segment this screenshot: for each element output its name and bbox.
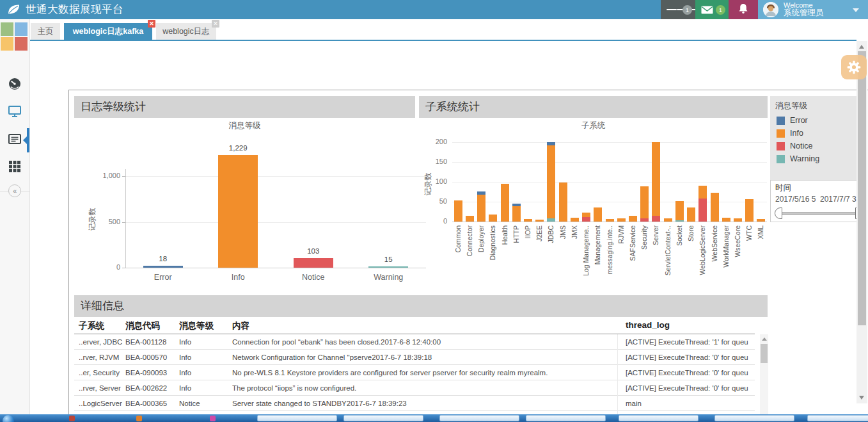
bar-segment-info[interactable]: [711, 193, 719, 222]
bar-segment-info[interactable]: [606, 219, 614, 222]
table-row[interactable]: ..er, SecurityBEA-090093InfoNo pre-WLS 8…: [74, 365, 755, 380]
table-row[interactable]: ..rver, RJVMBEA-000570InfoNetwork Config…: [74, 350, 755, 365]
bar-segment-info[interactable]: [698, 186, 707, 199]
notifications-button[interactable]: [729, 0, 758, 19]
table-cell: [ACTIVE] ExecuteThread: '0' for queu: [626, 365, 752, 380]
table-header-row: 子系统消息代码消息等级内容thread_log: [74, 318, 755, 334]
bar-segment-info[interactable]: [501, 184, 509, 222]
bar-warning[interactable]: [368, 266, 408, 268]
bar-segment-info[interactable]: [629, 216, 637, 222]
tab-weblogic-kafka[interactable]: weblogic日志kafka ✕: [64, 23, 152, 40]
tab-home[interactable]: 主页: [31, 23, 60, 40]
bar-segment-notice[interactable]: [640, 218, 649, 222]
taskbar-icon[interactable]: [69, 416, 75, 421]
bar-segment-info[interactable]: [664, 218, 672, 222]
taskbar-button[interactable]: [619, 415, 698, 421]
taskbar-icon[interactable]: [210, 416, 216, 421]
bar-segment-info[interactable]: [757, 219, 765, 222]
bar-segment-notice[interactable]: [698, 199, 707, 222]
col-header-3: 内容: [232, 320, 249, 332]
scroll-down-icon[interactable]: [859, 396, 864, 400]
taskbar-icon[interactable]: [136, 416, 142, 421]
taskbar-button[interactable]: [807, 415, 868, 421]
table-scrollbar-thumb[interactable]: [761, 344, 768, 363]
bar-segment-info[interactable]: [734, 218, 742, 222]
bar-segment-info[interactable]: [547, 145, 555, 218]
taskbar-button[interactable]: [343, 415, 423, 421]
mail-icon: [701, 6, 713, 14]
legend-item-warning[interactable]: Warning: [770, 152, 867, 165]
bar-segment-warning[interactable]: [675, 220, 684, 222]
bar-segment-info[interactable]: [466, 216, 474, 222]
bar-segment-info[interactable]: [652, 142, 660, 216]
table-row[interactable]: ..rver, ServerBEA-002622InfoThe protocol…: [74, 380, 755, 396]
bar-error[interactable]: [143, 266, 183, 268]
legend-label: Notice: [790, 142, 812, 150]
close-icon[interactable]: ✕: [212, 20, 219, 28]
scroll-up-icon[interactable]: [762, 337, 767, 341]
time-filter-panel: 时间 2017/5/16 5 2017/7/7 3:: [770, 180, 867, 222]
bar-segment-error[interactable]: [547, 142, 555, 145]
active-tab-underline: [30, 40, 856, 41]
taskbar-button[interactable]: [257, 415, 337, 421]
bar-segment-info[interactable]: [477, 195, 485, 222]
bar-info[interactable]: [218, 155, 258, 268]
y-tick-label: 200: [427, 138, 447, 145]
settings-button[interactable]: [841, 55, 867, 79]
bar-segment-info[interactable]: [571, 218, 579, 222]
scroll-up-icon[interactable]: [859, 45, 864, 49]
tasks-button[interactable]: 1: [661, 0, 695, 19]
left-sidebar: «: [0, 19, 30, 414]
legend-item-notice[interactable]: Notice: [770, 140, 867, 152]
bar-notice[interactable]: [294, 258, 333, 268]
chart-title: 子系统: [419, 120, 768, 131]
bar-segment-info[interactable]: [745, 199, 754, 222]
logo-squares: [1, 22, 29, 52]
bar-segment-info[interactable]: [559, 183, 567, 222]
close-icon[interactable]: ✕: [148, 20, 155, 28]
collapse-icon[interactable]: «: [8, 184, 21, 197]
legend-item-info[interactable]: Info: [770, 127, 867, 140]
mail-button[interactable]: 1: [695, 0, 729, 19]
user-menu[interactable]: Welcome 系统管理员: [758, 0, 868, 19]
legend-item-error[interactable]: Error: [770, 114, 867, 127]
form-list-icon[interactable]: [8, 132, 22, 146]
bar-segment-notice[interactable]: [652, 216, 660, 222]
time-slider-handle-start[interactable]: [775, 207, 782, 219]
bar-segment-info[interactable]: [524, 219, 532, 222]
bar-segment-info[interactable]: [454, 200, 462, 222]
taskbar-button[interactable]: [714, 415, 794, 421]
gridline: [125, 176, 426, 177]
table-row[interactable]: ..erver, JDBCBEA-001128InfoConnection fo…: [74, 334, 755, 350]
x-axis-label: RJVM: [617, 225, 626, 292]
table-cell: BEA-001128: [125, 334, 177, 350]
bar-segment-notice[interactable]: [582, 217, 590, 222]
bar-segment-info[interactable]: [675, 201, 684, 220]
legend-swatch: [777, 129, 785, 138]
start-button-icon[interactable]: [3, 415, 14, 422]
monitor-icon[interactable]: [8, 104, 22, 118]
time-slider-track: [780, 212, 858, 215]
bar-segment-error[interactable]: [512, 204, 521, 206]
taskbar-button[interactable]: [526, 415, 606, 421]
tab-weblogic[interactable]: weblogic日志 ✕: [156, 23, 216, 40]
taskbar-button[interactable]: [439, 415, 519, 421]
gauge-icon[interactable]: [8, 77, 22, 91]
grid-icon[interactable]: [8, 159, 22, 173]
bar-segment-info[interactable]: [489, 215, 497, 222]
bar-segment-info[interactable]: [687, 207, 695, 222]
bar-segment-error[interactable]: [477, 191, 485, 195]
bar-segment-info[interactable]: [582, 213, 590, 217]
bar-segment-info[interactable]: [512, 206, 521, 222]
page-scrollbar-thumb[interactable]: [858, 51, 866, 325]
bar-segment-warning[interactable]: [547, 218, 555, 222]
mail-badge: 1: [716, 5, 725, 15]
bar-segment-info[interactable]: [640, 186, 649, 218]
bar-segment-info[interactable]: [594, 207, 602, 222]
col-header-1: 消息代码: [125, 320, 160, 332]
table-row[interactable]: ..LogicServerBEA-000365NoticeServer stat…: [74, 396, 755, 411]
bar-segment-info[interactable]: [535, 220, 544, 222]
bar-segment-info[interactable]: [722, 218, 730, 222]
bar-segment-info[interactable]: [617, 218, 626, 222]
page-scrollbar: [856, 41, 867, 403]
